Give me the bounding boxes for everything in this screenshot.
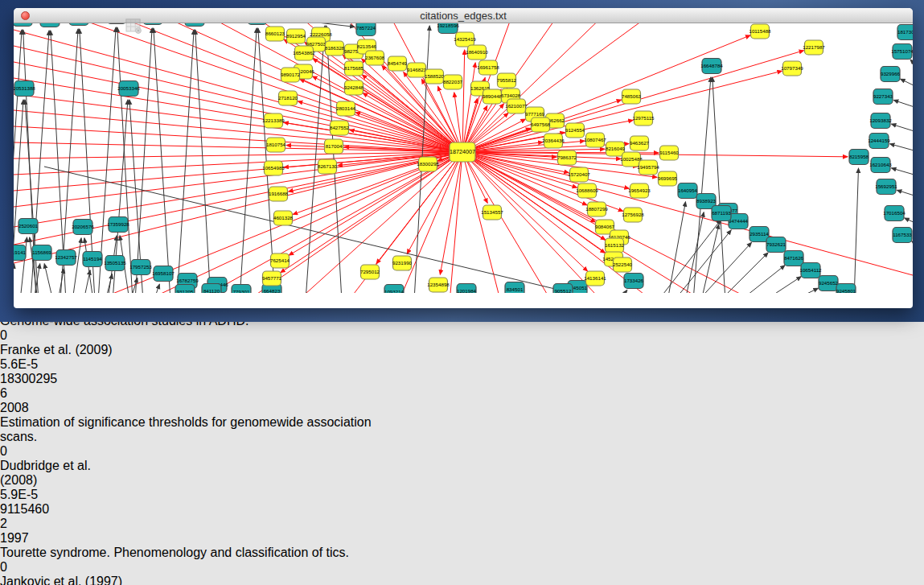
graph-node-yellow[interactable]: 18807299 bbox=[585, 202, 608, 216]
graph-node-yellow[interactable]: 9115460 bbox=[659, 146, 679, 160]
graph-node-yellow[interactable]: 10807467 bbox=[584, 133, 606, 147]
graph-node-teal[interactable]: 7932621 bbox=[766, 237, 786, 253]
graph-node-teal[interactable]: 834501 bbox=[505, 282, 524, 294]
graph-node-yellow[interactable]: 9699695 bbox=[658, 171, 678, 186]
graph-node-teal[interactable]: 16210643 bbox=[869, 158, 892, 173]
graph-node-yellow[interactable]: 6497568 bbox=[531, 117, 551, 132]
graph-node-yellow[interactable]: 1588520 bbox=[425, 69, 445, 84]
graph-node-yellow[interactable]: 10797349 bbox=[781, 61, 803, 76]
graph-node-yellow[interactable]: 18640910 bbox=[466, 45, 488, 60]
graph-node-yellow[interactable]: 4601328 bbox=[273, 211, 294, 225]
graph-node-yellow[interactable]: 1615132 bbox=[605, 238, 625, 253]
graph-node-yellow[interactable]: 18300295 bbox=[417, 157, 439, 171]
graph-node-yellow[interactable]: 7955812 bbox=[497, 73, 517, 88]
graph-node-teal[interactable]: 2520601 bbox=[18, 219, 39, 234]
graph-node-yellow[interactable]: 8822037 bbox=[443, 75, 463, 89]
graph-node-teal[interactable]: 779301 bbox=[232, 285, 251, 294]
graph-node-teal[interactable]: 9245801 bbox=[836, 284, 856, 294]
graph-node-teal[interactable]: 9245652 bbox=[819, 276, 839, 291]
graph-node-yellow[interactable]: 7625414 bbox=[270, 253, 290, 268]
graph-node-teal[interactable]: 841120 bbox=[202, 284, 221, 294]
graph-node-yellow[interactable]: 9231990 bbox=[392, 256, 413, 270]
graph-node-teal[interactable]: 16648784 bbox=[700, 59, 723, 74]
network-canvas[interactable]: 1691414055742069140106532871527602746614… bbox=[14, 8, 913, 296]
graph-node-yellow[interactable]: 10688609 bbox=[576, 183, 598, 198]
graph-node-yellow[interactable]: 14136141 bbox=[584, 271, 606, 286]
graph-node-teal[interactable]: 20531388 bbox=[14, 81, 35, 97]
graph-node-yellow[interactable]: 817004 bbox=[325, 139, 343, 154]
graph-node-teal[interactable]: 9329966 bbox=[881, 67, 901, 82]
graph-node-yellow[interactable]: 7986372 bbox=[557, 150, 577, 165]
graph-node-teal[interactable]: 17957253 bbox=[129, 260, 152, 275]
graph-node-yellow[interactable]: 19654923 bbox=[628, 183, 651, 198]
graph-node-yellow[interactable]: 16543862 bbox=[293, 46, 315, 60]
graph-node-teal[interactable]: 17359928 bbox=[107, 217, 129, 233]
graph-node-teal[interactable]: 1156869 bbox=[32, 245, 51, 261]
graph-node-yellow[interactable]: 9124554 bbox=[565, 123, 585, 138]
graph-node-teal[interactable]: 1167533 bbox=[893, 228, 912, 243]
graph-node-yellow[interactable]: 16961758 bbox=[477, 60, 499, 75]
graph-node-yellow[interactable]: 14325419 bbox=[454, 32, 476, 47]
graph-node-yellow[interactable]: 12217987 bbox=[803, 40, 825, 55]
graph-node-teal[interactable]: 8471626 bbox=[784, 251, 804, 266]
graph-node-teal[interactable]: 1201984 bbox=[457, 284, 477, 294]
graph-node-yellow[interactable]: 2803144 bbox=[336, 101, 356, 116]
graph-node-yellow[interactable]: 8454749 bbox=[388, 56, 408, 71]
graph-node-teal[interactable]: 16958107 bbox=[152, 266, 175, 282]
graph-node-teal[interactable]: 12093832 bbox=[869, 113, 892, 129]
graph-node-yellow[interactable]: 9457771 bbox=[262, 271, 282, 286]
graph-node-yellow[interactable]: 9463627 bbox=[630, 136, 650, 150]
table-row[interactable]: 911546021997Tourette syndrome. Phenomeno… bbox=[0, 502, 924, 585]
graph-node-yellow[interactable]: 12213389 bbox=[262, 113, 285, 128]
graph-node-teal[interactable]: 1093214 bbox=[384, 285, 405, 294]
graph-node-yellow[interactable]: 1810754 bbox=[266, 138, 286, 152]
graph-node-teal[interactable]: 9474444 bbox=[729, 214, 749, 229]
graph-node-teal[interactable]: 17016504 bbox=[883, 206, 906, 221]
graph-node-yellow[interactable]: 19495794 bbox=[637, 160, 659, 175]
graph-node-yellow[interactable]: 8186328 bbox=[325, 41, 345, 56]
graph-node-teal[interactable]: 15751074 bbox=[891, 44, 913, 60]
graph-node-yellow[interactable]: 10115488 bbox=[749, 24, 771, 39]
graph-node-yellow[interactable]: 9890448 bbox=[483, 89, 503, 104]
graph-node-yellow[interactable]: 1916688 bbox=[269, 187, 289, 201]
graph-node-yellow[interactable]: 12975115 bbox=[632, 111, 655, 126]
graph-node-hub[interactable]: 18724007 bbox=[450, 142, 475, 162]
graph-node-yellow[interactable]: 9242848 bbox=[344, 80, 364, 95]
graph-node-teal[interactable]: 3919141 bbox=[14, 245, 27, 261]
graph-node-yellow[interactable]: 15134557 bbox=[481, 205, 503, 220]
graph-node-teal[interactable]: 6871193 bbox=[712, 206, 731, 221]
table-row[interactable]: 1830029562008Estimation of significance … bbox=[0, 372, 924, 502]
graph-node-yellow[interactable]: 12354898 bbox=[427, 278, 450, 292]
graph-node-yellow[interactable]: 9146821 bbox=[407, 63, 427, 77]
graph-node-yellow[interactable]: 8912954 bbox=[286, 29, 306, 43]
graph-node-yellow[interactable]: 2367608 bbox=[365, 51, 385, 65]
graph-node-teal[interactable]: 1733426 bbox=[624, 274, 644, 289]
graph-node-yellow[interactable]: 7485063 bbox=[622, 89, 642, 104]
graph-node-teal[interactable]: 12444159 bbox=[868, 134, 890, 149]
graph-node-yellow[interactable]: 8660123 bbox=[265, 27, 285, 41]
graph-node-yellow[interactable]: 20364436 bbox=[542, 134, 565, 148]
graph-node-yellow[interactable]: 8175685 bbox=[344, 61, 364, 76]
graph-node-yellow[interactable]: 8427552 bbox=[330, 121, 350, 135]
graph-node-yellow[interactable]: 8267130 bbox=[318, 159, 338, 174]
graph-node-teal[interactable]: 20053346 bbox=[117, 81, 140, 97]
graph-node-yellow[interactable]: 10654985 bbox=[262, 161, 285, 175]
graph-node-teal[interactable]: 13505135 bbox=[104, 256, 126, 271]
graph-node-yellow[interactable]: 15720407 bbox=[568, 167, 590, 182]
graph-node-yellow[interactable]: 2718120 bbox=[278, 91, 298, 105]
graph-node-teal[interactable]: 9227343 bbox=[873, 89, 893, 105]
graph-node-teal[interactable]: 905512 bbox=[553, 284, 573, 294]
graph-node-yellow[interactable]: 12756928 bbox=[622, 208, 644, 222]
graph-node-teal[interactable]: 15692951 bbox=[875, 179, 897, 195]
graph-node-yellow[interactable]: 9890172 bbox=[281, 68, 301, 82]
graph-node-teal[interactable]: 1145194 bbox=[83, 252, 102, 267]
graph-node-teal[interactable]: 10654112 bbox=[799, 263, 822, 278]
graph-node-teal[interactable]: 1817305 bbox=[897, 25, 913, 40]
graph-node-teal[interactable]: 12342757 bbox=[55, 250, 77, 266]
graph-node-teal[interactable]: 20206576 bbox=[72, 220, 94, 235]
graph-node-teal[interactable]: 8215958 bbox=[849, 150, 869, 165]
graph-node-teal[interactable]: 931205 bbox=[175, 285, 195, 294]
graph-node-yellow[interactable]: 2522540 bbox=[613, 257, 633, 272]
graph-node-teal[interactable]: 1640954 bbox=[678, 183, 698, 199]
graph-node-yellow[interactable]: 7295012 bbox=[360, 265, 380, 279]
